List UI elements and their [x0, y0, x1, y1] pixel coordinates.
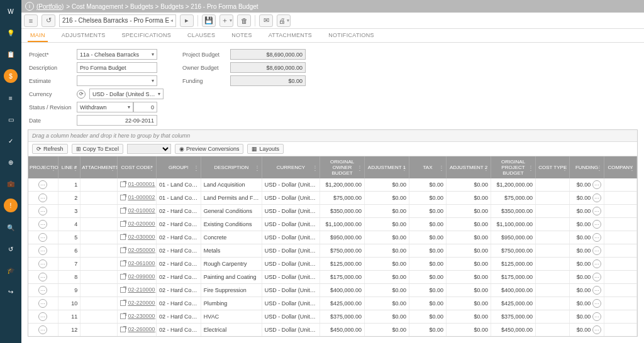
funding-menu-button[interactable]: ⋯ — [592, 325, 601, 334]
row-menu-button[interactable]: ⋯ — [38, 259, 47, 268]
row-menu-button[interactable]: ⋯ — [38, 246, 47, 255]
column-header[interactable]: FUNDING⋮ — [570, 156, 604, 178]
row-menu-button[interactable]: ⋯ — [38, 180, 47, 189]
table-row[interactable]: ⋯1102-23000002 - Hard CostsHVACUSD - Dol… — [28, 310, 637, 324]
status-select[interactable]: Withdrawn▾ — [77, 102, 133, 112]
table-row[interactable]: ⋯502-03000002 - Hard CostsConcreteUSD - … — [28, 231, 637, 244]
column-header[interactable]: ADJUSTMENT 1⋮ — [365, 156, 409, 178]
search-icon[interactable]: 🔍 — [4, 221, 17, 234]
column-header[interactable]: GROUP!⋮ — [156, 156, 201, 178]
save-button[interactable]: 💾 — [202, 14, 216, 27]
estimate-select[interactable]: ▾ — [77, 75, 157, 86]
table-row[interactable]: ⋯201-00000201 - Land CostsLand Permits a… — [28, 192, 637, 205]
cost-code-link[interactable]: 02-030000 — [120, 234, 155, 240]
breadcrumb-part[interactable]: Budgets — [130, 3, 153, 10]
info-icon[interactable]: i — [25, 2, 34, 11]
row-menu-button[interactable]: ⋯ — [38, 325, 47, 334]
column-menu-icon[interactable]: ⋮ — [596, 164, 602, 171]
currency-select[interactable]: USD - Dollar (United States of America)▾ — [89, 89, 164, 99]
funding-menu-button[interactable]: ⋯ — [592, 286, 601, 295]
table-row[interactable]: ⋯1302-31000002 - Hard CostsEarthworkUSD … — [28, 337, 637, 337]
column-menu-icon[interactable]: ⋮ — [483, 164, 489, 171]
currency-refresh-icon[interactable]: ⟳ — [77, 90, 86, 99]
column-header[interactable]: PROJECTION⋮ — [28, 156, 58, 178]
table-row[interactable]: ⋯1002-22000002 - Hard CostsPlumbingUSD -… — [28, 297, 637, 310]
cost-code-link[interactable]: 01-000002 — [120, 194, 155, 200]
funding-menu-button[interactable]: ⋯ — [592, 233, 601, 242]
cost-code-link[interactable]: 01-000001 — [120, 181, 155, 187]
calendar-icon[interactable]: ▭ — [4, 113, 17, 126]
description-input[interactable]: Pro Forma Budget — [77, 62, 157, 73]
column-header[interactable]: COST CODE*⋮ — [118, 156, 157, 178]
funding-menu-button[interactable]: ⋯ — [592, 273, 601, 281]
cost-code-link[interactable]: 02-220000 — [120, 300, 155, 306]
column-menu-icon[interactable]: ⋮ — [357, 164, 363, 171]
funding-menu-button[interactable]: ⋯ — [592, 207, 601, 215]
cost-code-link[interactable]: 02-010002 — [120, 207, 155, 214]
tab-adjustments[interactable]: ADJUSTMENTS — [59, 29, 108, 42]
dollar-icon[interactable]: $ — [4, 69, 18, 83]
globe-icon[interactable]: ⊕ — [4, 156, 17, 168]
column-menu-icon[interactable]: ⋮ — [109, 164, 116, 171]
funding-menu-button[interactable]: ⋯ — [592, 299, 601, 308]
column-header[interactable]: ORIGINAL OWNER BUDGET⋮ — [320, 156, 365, 178]
cost-code-link[interactable]: 02-230000 — [120, 313, 155, 319]
tab-main[interactable]: MAIN — [28, 29, 48, 42]
menu-button[interactable]: ≡ — [24, 14, 38, 27]
row-menu-button[interactable]: ⋯ — [38, 207, 47, 215]
column-header[interactable]: ATTACHMENTS⋮ — [80, 156, 118, 178]
breadcrumb-part[interactable]: Budgets — [160, 3, 184, 10]
add-button[interactable]: ＋▾ — [219, 14, 233, 27]
column-header[interactable]: LINE #⋮ — [58, 156, 80, 178]
group-hint[interactable]: Drag a column header and drop it here to… — [28, 130, 637, 142]
layouts-button[interactable]: ▦Layouts — [247, 144, 284, 154]
copy-select[interactable] — [127, 144, 171, 154]
delete-button[interactable]: 🗑 — [237, 14, 251, 27]
revision-input[interactable]: 0 — [133, 102, 157, 112]
date-input[interactable]: 22-09-2011 — [77, 115, 157, 126]
cost-code-link[interactable]: 02-020000 — [120, 220, 155, 227]
column-header[interactable]: CURRENCY⋮ — [262, 156, 319, 178]
record-select[interactable]: 216 - Chelsea Barracks - Pro Forma E◂ — [59, 14, 176, 27]
row-menu-button[interactable]: ⋯ — [38, 233, 47, 242]
column-menu-icon[interactable]: ⋮ — [254, 164, 260, 171]
column-menu-icon[interactable]: ⋮ — [312, 164, 318, 171]
column-menu-icon[interactable]: ⋮ — [528, 164, 534, 171]
funding-menu-button[interactable]: ⋯ — [592, 193, 601, 202]
row-menu-button[interactable]: ⋯ — [38, 220, 47, 229]
column-menu-icon[interactable]: ⋮ — [629, 164, 635, 171]
alert-icon[interactable]: ! — [4, 199, 18, 212]
table-row[interactable]: ⋯802-09900002 - Hard CostsPainting and C… — [28, 271, 637, 284]
preview-conversions-button[interactable]: ◉Preview Conversions — [175, 144, 244, 154]
history-icon[interactable]: ↺ — [4, 242, 17, 255]
cost-code-link[interactable]: 02-210000 — [120, 286, 155, 293]
tab-attachments[interactable]: ATTACHMENTS — [266, 29, 314, 42]
funding-menu-button[interactable]: ⋯ — [592, 246, 601, 255]
logo-icon[interactable]: W — [4, 5, 17, 18]
clipboard-icon[interactable]: 📋 — [4, 48, 17, 60]
project-select[interactable]: 11a - Chelsea Barracks▾ — [77, 49, 157, 60]
funding-menu-button[interactable]: ⋯ — [592, 220, 601, 229]
tab-specifications[interactable]: SPECIFICATIONS — [119, 29, 174, 42]
tab-notes[interactable]: NOTES — [229, 29, 255, 42]
table-row[interactable]: ⋯602-05000002 - Hard CostsMetalsUSD - Do… — [28, 244, 637, 258]
table-row[interactable]: ⋯402-02000002 - Hard CostsExisting Condi… — [28, 218, 637, 231]
column-header[interactable]: DESCRIPTION⋮ — [201, 156, 262, 178]
row-menu-button[interactable]: ⋯ — [38, 299, 47, 308]
funding-menu-button[interactable]: ⋯ — [592, 312, 601, 321]
row-menu-button[interactable]: ⋯ — [38, 286, 47, 295]
row-menu-button[interactable]: ⋯ — [38, 193, 47, 202]
funding-menu-button[interactable]: ⋯ — [592, 259, 601, 268]
history-button[interactable]: ↺ — [42, 14, 55, 27]
tab-notifications[interactable]: NOTIFICATIONS — [326, 29, 377, 42]
briefcase-icon[interactable]: 💼 — [4, 177, 17, 190]
column-menu-icon[interactable]: ⋮ — [438, 164, 445, 171]
table-row[interactable]: ⋯902-21000002 - Hard CostsFire Suppressi… — [28, 284, 637, 297]
column-header[interactable]: COMPANY⋮ — [604, 156, 636, 178]
breadcrumb-part[interactable]: Cost Management — [72, 3, 123, 10]
column-header[interactable]: COST TYPE⋮ — [536, 156, 570, 178]
refresh-button[interactable]: ⟳Refresh — [32, 144, 68, 154]
row-menu-button[interactable]: ⋯ — [38, 273, 47, 281]
table-row[interactable]: ⋯302-01000202 - Hard CostsGeneral Condit… — [28, 205, 637, 218]
column-menu-icon[interactable]: ⋮ — [72, 164, 79, 171]
